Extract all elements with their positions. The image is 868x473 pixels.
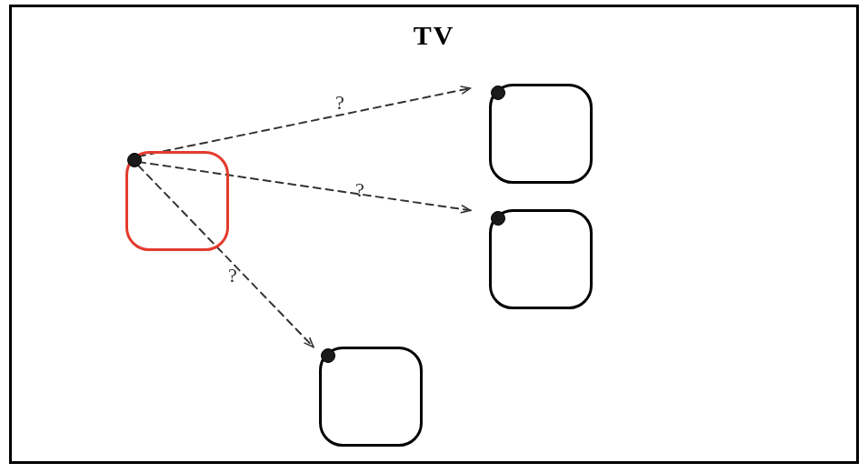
target-node-mid <box>489 209 593 309</box>
target-node-top <box>489 84 593 184</box>
target-mid-anchor-dot <box>491 211 505 226</box>
edge-label-2: ? <box>228 264 237 287</box>
svg-line-0 <box>138 88 471 156</box>
diagram-title: TV <box>414 20 455 51</box>
target-node-bottom <box>319 347 423 447</box>
target-top-anchor-dot <box>491 86 505 100</box>
target-bottom-anchor-dot <box>321 348 335 363</box>
edge-label-1: ? <box>355 178 364 202</box>
source-node <box>125 151 229 251</box>
edge-label-0: ? <box>335 91 344 115</box>
diagram-frame: TV ? ? ? <box>9 5 859 464</box>
source-anchor-dot <box>127 153 142 167</box>
